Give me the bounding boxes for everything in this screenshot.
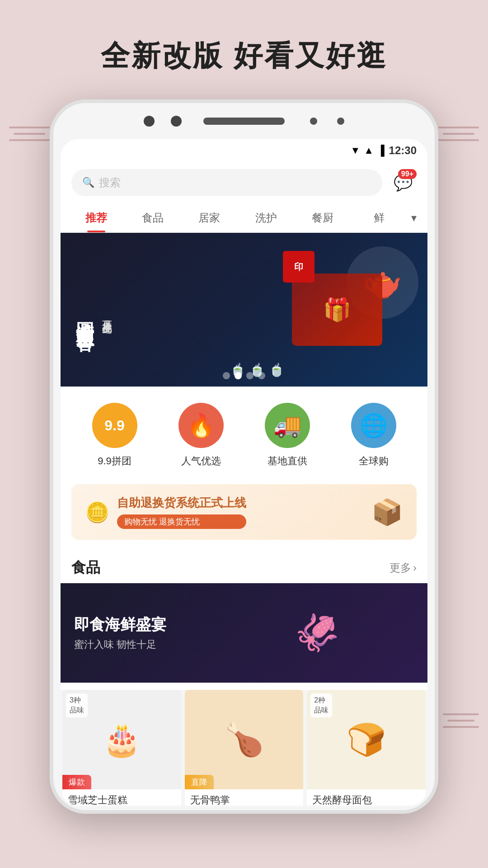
feature-icons: 9.9 9.9拼团 🔥 人气优选 🚚 基地直供 🌐 全球购 bbox=[61, 387, 427, 484]
feature-icon-deal: 9.9 bbox=[92, 403, 137, 448]
wifi-icon: ▼ bbox=[350, 145, 360, 156]
message-button[interactable]: 💬 99+ bbox=[389, 169, 417, 196]
feature-icon-direct: 🚚 bbox=[265, 403, 310, 448]
banner-dot-1 bbox=[223, 372, 230, 379]
phone-screen: ▼ ▲ ▐ 12:30 🔍 搜索 💬 99+ 推荐 食品 居家 洗护 餐厨 鲜 bbox=[61, 139, 427, 806]
package-icon: 📦 bbox=[371, 497, 403, 527]
banner-gift-box: 🎁 bbox=[292, 274, 382, 346]
banner-content: 圆满中秋汇百香 月下佳人 岁岁品优选 🫖 🎁 🍵 🍵 🍵 bbox=[61, 233, 427, 387]
tab-care[interactable]: 洗护 bbox=[238, 203, 294, 232]
search-icon: 🔍 bbox=[82, 177, 94, 189]
feature-icon-popular: 🔥 bbox=[178, 403, 224, 448]
banner-dot-4 bbox=[258, 372, 265, 379]
promo-subtitle: 购物无忧 退换货无忧 bbox=[117, 514, 246, 529]
product-card-bread[interactable]: 2种品味 🍞 天然酵母面包 bbox=[307, 690, 426, 806]
food-banner-sub: 蜜汁入味 韧性十足 bbox=[74, 638, 166, 651]
feature-group-deal[interactable]: 9.9 9.9拼团 bbox=[71, 403, 158, 468]
phone-speaker bbox=[203, 118, 285, 125]
feature-group-global[interactable]: 🌐 全球购 bbox=[330, 403, 417, 468]
product-grid: 3种品味 🎂 爆款 雪域芝士蛋糕 🍗 直降 无骨鸭掌 2种品味 🍞 bbox=[61, 690, 427, 806]
product-name-cake: 雪域芝士蛋糕 bbox=[62, 789, 181, 806]
search-input[interactable]: 🔍 搜索 bbox=[71, 169, 382, 196]
food-banner-title: 即食海鲜盛宴 bbox=[74, 614, 166, 635]
banner-right: 🫖 🎁 🍵 🍵 🍵 印 bbox=[225, 233, 427, 387]
cake-emoji: 🎂 bbox=[102, 721, 141, 758]
tab-food[interactable]: 食品 bbox=[124, 203, 181, 232]
phone-camera-right bbox=[171, 116, 182, 127]
phone-camera-left bbox=[144, 116, 155, 127]
promo-banner[interactable]: 🪙 自助退换货系统正式上线 购物无忧 退换货无忧 📦 bbox=[71, 484, 417, 540]
promo-left: 🪙 自助退换货系统正式上线 购物无忧 退换货无忧 bbox=[85, 495, 246, 529]
more-label: 更多 bbox=[389, 561, 411, 575]
nav-more-button[interactable]: ▾ bbox=[408, 204, 420, 231]
phone-dot-right bbox=[310, 118, 317, 125]
feature-label-deal: 9.9拼团 bbox=[98, 454, 131, 468]
product-variants-cake: 3种品味 bbox=[66, 693, 88, 717]
product-card-cake[interactable]: 3种品味 🎂 爆款 雪域芝士蛋糕 bbox=[62, 690, 181, 806]
promo-text: 自助退换货系统正式上线 购物无忧 退换货无忧 bbox=[117, 495, 246, 529]
product-img-cake: 3种品味 🎂 爆款 bbox=[62, 690, 181, 789]
truck-icon: 🚚 bbox=[273, 412, 301, 439]
product-img-duck: 🍗 直降 bbox=[185, 690, 304, 789]
product-tag-cake: 爆款 bbox=[62, 775, 91, 789]
phone-mockup: ▼ ▲ ▐ 12:30 🔍 搜索 💬 99+ 推荐 食品 居家 洗护 餐厨 鲜 bbox=[50, 99, 438, 814]
nav-tabs: 推荐 食品 居家 洗护 餐厨 鲜 ▾ bbox=[61, 203, 427, 233]
food-banner-content: 即食海鲜盛宴 蜜汁入味 韧性十足 bbox=[74, 614, 166, 651]
status-bar: ▼ ▲ ▐ 12:30 bbox=[61, 139, 427, 162]
food-banner-image: 🦑 bbox=[207, 583, 427, 683]
time-display: 12:30 bbox=[389, 144, 417, 157]
chevron-right-icon: › bbox=[413, 561, 417, 574]
banner-dot-3 bbox=[246, 372, 253, 379]
tab-kitchen[interactable]: 餐厨 bbox=[294, 203, 351, 232]
search-bar: 🔍 搜索 💬 99+ bbox=[61, 162, 427, 203]
promo-title: 自助退换货系统正式上线 bbox=[117, 495, 246, 511]
product-img-bread: 2种品味 🍞 bbox=[307, 690, 426, 789]
banner-dot-2 bbox=[235, 372, 242, 379]
food-banner[interactable]: 即食海鲜盛宴 蜜汁入味 韧性十足 🦑 bbox=[61, 583, 427, 683]
search-placeholder-text: 搜索 bbox=[99, 175, 121, 190]
feature-group-popular[interactable]: 🔥 人气优选 bbox=[158, 403, 244, 468]
deco-left bbox=[9, 127, 50, 146]
signal-icon: ▲ bbox=[364, 145, 374, 156]
feature-group-direct[interactable]: 🚚 基地直供 bbox=[244, 403, 330, 468]
tab-home[interactable]: 居家 bbox=[181, 203, 238, 232]
message-badge: 99+ bbox=[398, 169, 417, 179]
food-section-more[interactable]: 更多 › bbox=[389, 561, 417, 575]
coins-icon: 🪙 bbox=[85, 500, 110, 524]
product-name-duck: 无骨鸭掌 bbox=[185, 789, 304, 806]
bread-emoji: 🍞 bbox=[347, 721, 386, 758]
tab-fresh[interactable]: 鲜 bbox=[351, 203, 408, 232]
feature-label-direct: 基地直供 bbox=[267, 454, 307, 468]
food-section-title: 食品 bbox=[71, 558, 100, 578]
banner-dots bbox=[223, 372, 265, 379]
banner-seal: 印 bbox=[283, 251, 314, 283]
product-card-duck[interactable]: 🍗 直降 无骨鸭掌 bbox=[185, 690, 304, 806]
chevron-down-icon: ▾ bbox=[411, 212, 417, 224]
battery-icon: ▐ bbox=[377, 145, 385, 156]
feature-icon-global: 🌐 bbox=[351, 403, 396, 448]
banner-left: 圆满中秋汇百香 月下佳人 岁岁品优选 bbox=[61, 233, 225, 387]
tab-recommend[interactable]: 推荐 bbox=[68, 203, 124, 232]
main-banner[interactable]: 圆满中秋汇百香 月下佳人 岁岁品优选 🫖 🎁 🍵 🍵 🍵 bbox=[61, 233, 427, 387]
deco-bottom-right bbox=[443, 713, 479, 732]
fire-icon: 🔥 bbox=[187, 412, 215, 439]
globe-icon: 🌐 bbox=[360, 412, 388, 439]
duck-emoji: 🍗 bbox=[225, 721, 264, 758]
feature-label-popular: 人气优选 bbox=[181, 454, 221, 468]
deal-label: 9.9 bbox=[104, 417, 124, 434]
product-variants-bread: 2种品味 bbox=[310, 693, 332, 717]
status-icons: ▼ ▲ ▐ bbox=[350, 145, 384, 156]
product-name-bread: 天然酵母面包 bbox=[307, 789, 426, 806]
product-tag-duck: 直降 bbox=[185, 775, 214, 789]
phone-dot-far-right bbox=[337, 118, 344, 125]
deco-right bbox=[438, 127, 479, 146]
feature-label-global: 全球购 bbox=[359, 454, 389, 468]
phone-top-bar bbox=[53, 103, 435, 139]
banner-title: 圆满中秋汇百香 bbox=[74, 308, 96, 321]
page-title: 全新改版 好看又好逛 bbox=[0, 36, 488, 75]
food-section-header: 食品 更多 › bbox=[61, 549, 427, 583]
